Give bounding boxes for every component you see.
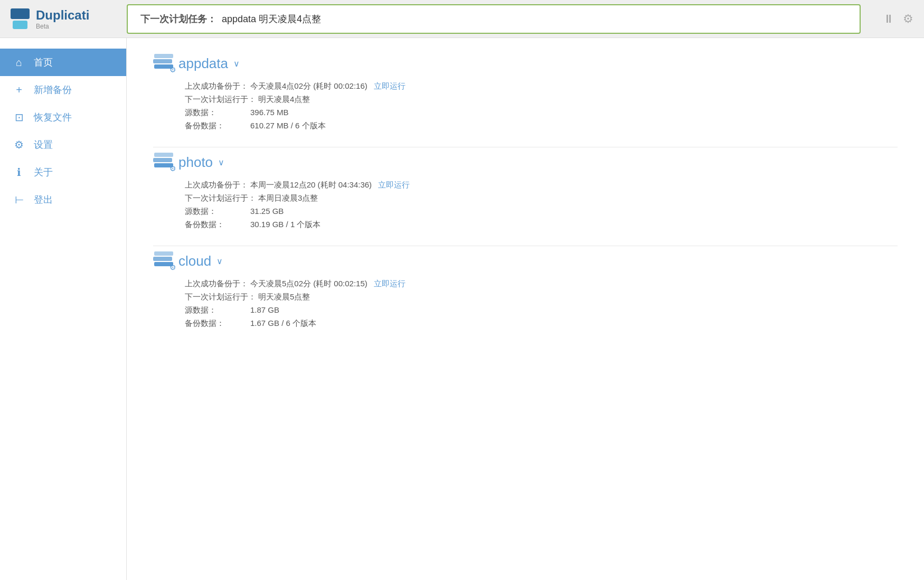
next-run-value-photo: 本周日凌晨3点整 (258, 193, 318, 203)
logo-block-bottom (13, 21, 27, 29)
backup-title-row-cloud: ⚙ cloud∨ (153, 251, 898, 270)
home-icon: ⌂ (13, 57, 25, 69)
backup-stack-icon-photo: ⚙ (153, 153, 174, 172)
last-backup-value-appdata: 今天凌晨4点02分 (耗时 00:02:16) (250, 81, 367, 91)
app-header: Duplicati Beta 下一次计划任务： appdata 明天凌晨4点整 … (0, 0, 924, 38)
last-backup-label-cloud: 上次成功备份于： (185, 279, 248, 289)
source-value-cloud: 1.87 GB (250, 305, 279, 314)
header-center: 下一次计划任务： appdata 明天凌晨4点整 (127, 4, 861, 34)
pause-button[interactable]: ⏸ (883, 12, 894, 26)
backup-details-photo: 上次成功备份于： 本周一凌晨12点20 (耗时 04:34:36) 立即运行 下… (153, 180, 898, 230)
logo-text-area: Duplicati Beta (36, 8, 89, 30)
main-layout: ⌂首页+新增备份⊡恢复文件⚙设置ℹ关于⊢登出 ⚙ appdata∨ 上次成功备份… (0, 38, 924, 580)
backup-data-value-cloud: 1.67 GB / 6 个版本 (250, 319, 316, 329)
next-run-row-appdata: 下一次计划运行于： 明天凌晨4点整 (185, 95, 898, 105)
backup-data-label-cloud: 备份数据： (185, 319, 248, 329)
sidebar-label-settings: 设置 (34, 138, 53, 151)
last-backup-row-appdata: 上次成功备份于： 今天凌晨4点02分 (耗时 00:02:16) 立即运行 (185, 81, 898, 91)
backup-data-label-appdata: 备份数据： (185, 121, 248, 131)
backup-name-photo[interactable]: photo (178, 154, 213, 171)
next-run-label-cloud: 下一次计划运行于： (185, 292, 256, 302)
stack-layer-1 (154, 54, 173, 58)
stack-layer-2 (153, 257, 172, 261)
next-task-value: appdata 明天凌晨4点整 (222, 13, 321, 25)
sidebar-label-home: 首页 (34, 56, 53, 69)
backup-stack-icon-cloud: ⚙ (153, 251, 174, 270)
backup-chevron-cloud[interactable]: ∨ (216, 256, 223, 266)
next-run-row-cloud: 下一次计划运行于： 明天凌晨5点整 (185, 292, 898, 302)
settings-icon: ⚙ (13, 138, 25, 151)
sidebar-label-about: 关于 (34, 166, 53, 179)
header-settings-button[interactable]: ⚙ (903, 12, 913, 26)
logo-title: Duplicati (36, 8, 89, 23)
stack-layer-1 (154, 251, 173, 256)
backup-data-value-appdata: 610.27 MB / 6 个版本 (250, 121, 326, 131)
backup-title-row-appdata: ⚙ appdata∨ (153, 54, 898, 73)
stack-gear-icon: ⚙ (169, 263, 176, 272)
source-value-photo: 31.25 GB (250, 207, 284, 216)
logo-block-top (11, 8, 30, 19)
main-content: ⚙ appdata∨ 上次成功备份于： 今天凌晨4点02分 (耗时 00:02:… (127, 38, 924, 580)
last-backup-value-cloud: 今天凌晨5点02分 (耗时 00:02:15) (250, 279, 367, 289)
source-label-cloud: 源数据： (185, 305, 248, 315)
source-row-appdata: 源数据： 396.75 MB (185, 108, 898, 118)
source-row-photo: 源数据： 31.25 GB (185, 207, 898, 217)
sidebar: ⌂首页+新增备份⊡恢复文件⚙设置ℹ关于⊢登出 (0, 38, 127, 580)
backup-item-appdata: ⚙ appdata∨ 上次成功备份于： 今天凌晨4点02分 (耗时 00:02:… (153, 54, 898, 147)
stack-layer-1 (154, 153, 173, 157)
restore-icon: ⊡ (13, 111, 25, 124)
next-task-box: 下一次计划任务： appdata 明天凌晨4点整 (127, 4, 861, 34)
sidebar-label-logout: 登出 (34, 193, 53, 206)
stack-layer-2 (153, 59, 172, 63)
next-run-label-photo: 下一次计划运行于： (185, 193, 256, 203)
backup-data-row-appdata: 备份数据： 610.27 MB / 6 个版本 (185, 121, 898, 131)
sidebar-item-restore[interactable]: ⊡恢复文件 (0, 104, 126, 131)
last-backup-label-appdata: 上次成功备份于： (185, 81, 248, 91)
backup-stack-icon-appdata: ⚙ (153, 54, 174, 73)
next-run-value-appdata: 明天凌晨4点整 (258, 95, 310, 105)
logo-icon (11, 8, 30, 29)
add-backup-icon: + (13, 84, 25, 96)
header-actions: ⏸ ⚙ (871, 12, 913, 26)
backup-data-label-photo: 备份数据： (185, 220, 248, 230)
backup-item-photo: ⚙ photo∨ 上次成功备份于： 本周一凌晨12点20 (耗时 04:34:3… (153, 153, 898, 246)
backup-name-cloud[interactable]: cloud (178, 253, 211, 269)
next-task-label: 下一次计划任务： (140, 13, 216, 25)
backup-name-appdata[interactable]: appdata (178, 55, 228, 72)
source-value-appdata: 396.75 MB (250, 108, 289, 117)
next-run-value-cloud: 明天凌晨5点整 (258, 292, 310, 302)
sidebar-label-add-backup: 新增备份 (34, 83, 72, 96)
sidebar-item-settings[interactable]: ⚙设置 (0, 131, 126, 158)
logo-beta: Beta (36, 23, 89, 30)
source-row-cloud: 源数据： 1.87 GB (185, 305, 898, 315)
backup-item-cloud: ⚙ cloud∨ 上次成功备份于： 今天凌晨5点02分 (耗时 00:02:15… (153, 251, 898, 344)
backup-title-row-photo: ⚙ photo∨ (153, 153, 898, 172)
stack-gear-icon: ⚙ (169, 66, 176, 74)
source-label-appdata: 源数据： (185, 108, 248, 118)
last-backup-label-photo: 上次成功备份于： (185, 180, 248, 190)
backup-data-row-photo: 备份数据： 30.19 GB / 1 个版本 (185, 220, 898, 230)
backup-data-value-photo: 30.19 GB / 1 个版本 (250, 220, 320, 230)
last-backup-value-photo: 本周一凌晨12点20 (耗时 04:34:36) (250, 180, 372, 190)
logout-icon: ⊢ (13, 193, 25, 206)
backup-details-cloud: 上次成功备份于： 今天凌晨5点02分 (耗时 00:02:15) 立即运行 下一… (153, 279, 898, 329)
sidebar-item-logout[interactable]: ⊢登出 (0, 186, 126, 213)
backup-data-row-cloud: 备份数据： 1.67 GB / 6 个版本 (185, 319, 898, 329)
backup-details-appdata: 上次成功备份于： 今天凌晨4点02分 (耗时 00:02:16) 立即运行 下一… (153, 81, 898, 131)
run-now-link-appdata[interactable]: 立即运行 (374, 81, 406, 91)
backup-chevron-appdata[interactable]: ∨ (233, 59, 240, 69)
last-backup-row-photo: 上次成功备份于： 本周一凌晨12点20 (耗时 04:34:36) 立即运行 (185, 180, 898, 190)
stack-gear-icon: ⚙ (169, 164, 176, 173)
sidebar-item-add-backup[interactable]: +新增备份 (0, 76, 126, 104)
sidebar-item-home[interactable]: ⌂首页 (0, 49, 126, 76)
logo-area: Duplicati Beta (11, 8, 116, 30)
source-label-photo: 源数据： (185, 207, 248, 217)
sidebar-label-restore: 恢复文件 (34, 111, 72, 124)
run-now-link-cloud[interactable]: 立即运行 (374, 279, 406, 289)
run-now-link-photo[interactable]: 立即运行 (378, 180, 410, 190)
stack-layer-2 (153, 158, 172, 162)
next-run-label-appdata: 下一次计划运行于： (185, 95, 256, 105)
backup-chevron-photo[interactable]: ∨ (218, 157, 224, 167)
sidebar-item-about[interactable]: ℹ关于 (0, 158, 126, 186)
last-backup-row-cloud: 上次成功备份于： 今天凌晨5点02分 (耗时 00:02:15) 立即运行 (185, 279, 898, 289)
